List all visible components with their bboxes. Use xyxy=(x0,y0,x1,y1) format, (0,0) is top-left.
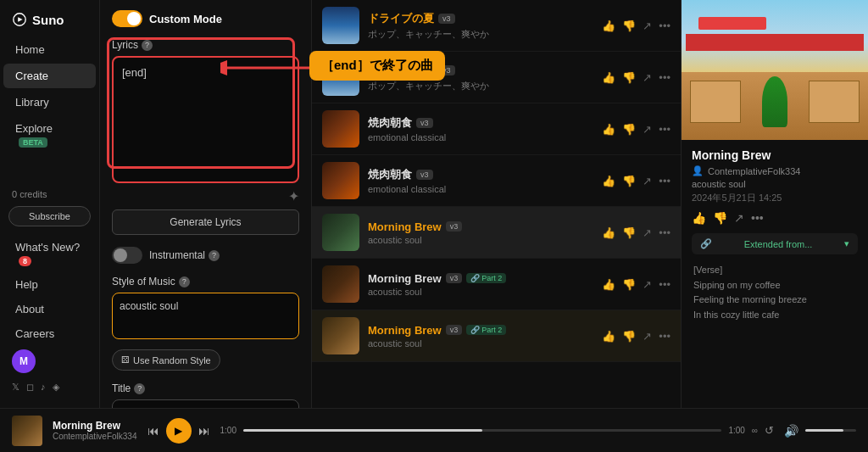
volume-icon[interactable]: 🔊 xyxy=(784,424,798,438)
twitter-icon[interactable]: 𝕏 xyxy=(12,382,19,393)
discord-icon[interactable]: ◈ xyxy=(53,382,59,393)
prev-button[interactable]: ⏮ xyxy=(147,424,159,438)
like-icon[interactable]: 👍 xyxy=(602,20,615,32)
progress-bar[interactable] xyxy=(243,429,721,432)
create-panel: Custom Mode Lyrics ? [end] ✦ Generate Ly… xyxy=(100,0,312,408)
random-style-button[interactable]: ⚄ Use Random Style xyxy=(112,349,220,371)
like-icon[interactable]: 👍 xyxy=(602,226,615,239)
song-actions: 👍 👎 ↗ ••• xyxy=(602,20,670,32)
dislike-icon[interactable]: 👎 xyxy=(622,20,636,32)
song-genre: emotional classical xyxy=(368,132,593,142)
share-icon[interactable]: ↗ xyxy=(643,71,652,84)
infinity-icon[interactable]: ∞ xyxy=(752,426,758,435)
lyrics-help-icon[interactable]: ? xyxy=(142,40,153,51)
sidebar-item-create[interactable]: Create xyxy=(3,64,96,88)
sidebar-item-help[interactable]: Help xyxy=(3,272,96,297)
sidebar-item-about[interactable]: About xyxy=(3,297,96,321)
list-item[interactable]: 焼肉朝食 v3 emotional classical 👍 👎 ↗ ••• xyxy=(312,103,681,155)
whats-new-badge: 8 xyxy=(19,256,31,266)
more-icon[interactable]: ••• xyxy=(659,71,670,84)
sidebar-nav: Home Create Library Explore BETA xyxy=(0,37,99,153)
song-detail-info: Morning Brew 👤 ContemplativeFolk334 acou… xyxy=(682,140,868,331)
more-icon[interactable]: ••• xyxy=(659,123,670,136)
subscribe-button[interactable]: Subscribe xyxy=(8,206,91,226)
style-textarea[interactable]: acoustic soul xyxy=(112,293,299,339)
extended-from-row[interactable]: 🔗 Extended from... ▾ xyxy=(692,233,858,254)
more-icon[interactable]: ••• xyxy=(659,20,670,32)
list-item[interactable]: Morning Brew v3 🔗 Part 2 acoustic soul 👍… xyxy=(312,259,681,310)
app-logo: Suno xyxy=(0,8,99,37)
share-icon[interactable]: ↗ xyxy=(643,123,652,136)
like-icon[interactable]: 👍 xyxy=(602,278,615,291)
credits-display: 0 credits xyxy=(0,182,99,203)
share-icon[interactable]: ↗ xyxy=(643,226,652,239)
song-actions: 👍 👎 ↗ ••• xyxy=(602,71,670,84)
sidebar-item-home[interactable]: Home xyxy=(3,37,96,62)
sidebar: Suno Home Create Library Explore BETA 0 … xyxy=(0,0,100,408)
player-progress: 1:00 1:00 ∞ ↺ xyxy=(220,424,775,437)
more-action-icon[interactable]: ••• xyxy=(751,211,764,225)
lyrics-textarea[interactable]: [end] xyxy=(112,56,299,183)
song-list-panel: ドライブの夏 v3 ポップ、キャッチー、爽やか 👍 👎 ↗ ••• ドライブの夏… xyxy=(312,0,682,408)
list-item[interactable]: Morning Brew v3 acoustic soul 👍 👎 ↗ ••• xyxy=(312,207,681,259)
generate-lyrics-button[interactable]: Generate Lyrics xyxy=(112,209,299,235)
player-artist: ContemplativeFolk334 xyxy=(53,432,137,441)
chevron-down-icon: ▾ xyxy=(844,238,849,249)
share-icon[interactable]: ↗ xyxy=(643,20,652,32)
sidebar-item-library[interactable]: Library xyxy=(3,90,96,114)
share-icon[interactable]: ↗ xyxy=(643,278,652,291)
share-icon[interactable]: ↗ xyxy=(643,330,652,343)
like-icon[interactable]: 👍 xyxy=(602,175,615,187)
title-input[interactable] xyxy=(112,399,299,408)
tiktok-icon[interactable]: ♪ xyxy=(41,382,46,393)
song-genre: ポップ、キャッチー、爽やか xyxy=(368,28,593,41)
lyrics-sparkle-icon[interactable]: ✦ xyxy=(288,188,299,204)
dislike-action-icon[interactable]: 👎 xyxy=(713,211,727,225)
user-avatar[interactable]: M xyxy=(12,349,36,373)
song-info: ドライブの夏 v3 ポップ、キャッチー、爽やか xyxy=(368,11,593,41)
like-icon[interactable]: 👍 xyxy=(602,330,615,343)
list-item[interactable]: Morning Brew v3 🔗 Part 2 acoustic soul 👍… xyxy=(312,310,681,362)
more-icon[interactable]: ••• xyxy=(659,278,670,291)
detail-date: 2024年5月21日 14:25 xyxy=(692,192,858,204)
time-current: 1:00 xyxy=(220,426,236,435)
dislike-icon[interactable]: 👎 xyxy=(622,175,636,187)
volume-bar[interactable] xyxy=(805,429,856,432)
title-help-icon[interactable]: ? xyxy=(134,383,145,394)
like-action-icon[interactable]: 👍 xyxy=(692,211,706,225)
list-item[interactable]: 焼肉朝食 v3 emotional classical 👍 👎 ↗ ••• xyxy=(312,155,681,207)
more-icon[interactable]: ••• xyxy=(659,330,670,343)
share-action-icon[interactable]: ↗ xyxy=(734,211,744,225)
instagram-icon[interactable]: ◻ xyxy=(26,382,34,393)
loop-icon[interactable]: ↺ xyxy=(765,424,774,437)
part-badge: 🔗 Part 2 xyxy=(466,273,506,283)
song-actions: 👍 👎 ↗ ••• xyxy=(602,226,670,239)
dislike-icon[interactable]: 👎 xyxy=(622,123,636,136)
song-info: Morning Brew v3 🔗 Part 2 acoustic soul xyxy=(368,324,593,349)
sidebar-item-whatsnew[interactable]: What's New? 8 xyxy=(3,235,96,272)
next-button[interactable]: ⏭ xyxy=(198,424,210,438)
custom-mode-toggle[interactable] xyxy=(112,10,142,27)
dislike-icon[interactable]: 👎 xyxy=(622,226,636,239)
play-pause-button[interactable]: ▶ xyxy=(166,418,192,444)
more-icon[interactable]: ••• xyxy=(659,226,670,239)
version-badge: v3 xyxy=(446,273,463,283)
song-title: Morning Brew xyxy=(368,220,442,233)
like-icon[interactable]: 👍 xyxy=(602,71,615,84)
list-item[interactable]: ドライブの夏 v3 ポップ、キャッチー、爽やか 👍 👎 ↗ ••• xyxy=(312,0,681,52)
instrumental-toggle[interactable] xyxy=(112,247,142,264)
sidebar-item-explore[interactable]: Explore BETA xyxy=(3,116,96,153)
lyrics-preview: [Verse] Sipping on my coffee Feeling the… xyxy=(692,263,858,322)
style-help-icon[interactable]: ? xyxy=(179,276,190,287)
dislike-icon[interactable]: 👎 xyxy=(622,330,636,343)
sidebar-item-careers[interactable]: Careers xyxy=(3,321,96,346)
more-icon[interactable]: ••• xyxy=(659,175,670,187)
player-thumbnail xyxy=(12,416,42,446)
list-item[interactable]: ドライブの夏 v3 ポップ、キャッチー、爽やか 👍 👎 ↗ ••• xyxy=(312,52,681,103)
song-thumbnail xyxy=(322,59,359,96)
like-icon[interactable]: 👍 xyxy=(602,123,615,136)
dislike-icon[interactable]: 👎 xyxy=(622,278,636,291)
share-icon[interactable]: ↗ xyxy=(643,175,652,187)
dislike-icon[interactable]: 👎 xyxy=(622,71,636,84)
instrumental-help-icon[interactable]: ? xyxy=(209,250,220,261)
